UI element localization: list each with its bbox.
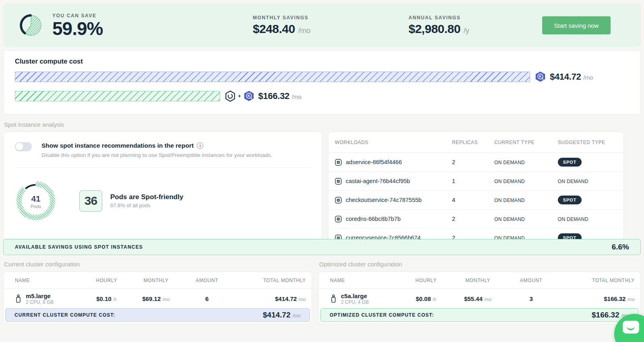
spot-settings-card: Show spot instance recommendations in th… bbox=[3, 132, 322, 239]
current-cost-footer: CURRENT CLUSTER COMPUTE COST: $414.72 /m… bbox=[5, 308, 310, 322]
workload-icon bbox=[335, 197, 342, 204]
monthly-savings-unit: /mo bbox=[298, 26, 310, 35]
current-cost-unit: /mo bbox=[583, 74, 593, 81]
cluster-configurations: Current cluster configuration NAME HOURL… bbox=[3, 261, 641, 324]
spot-friendly-subtitle: 87.8% of all pods bbox=[110, 202, 183, 208]
cluster-compute-cost-card: Cluster compute cost K $414.72 /mo + bbox=[3, 50, 641, 115]
header-hourly: HOURLY bbox=[85, 278, 128, 283]
info-icon[interactable] bbox=[197, 142, 203, 149]
workload-name: castai-agent-76b44cf95b bbox=[346, 178, 410, 184]
save-block: YOU CAN SAVE 59.9% bbox=[52, 13, 103, 38]
instance-specs: 2 CPU, 4 GB bbox=[341, 299, 369, 305]
toggle-label: Show spot instance recommendations in th… bbox=[41, 142, 194, 149]
workload-current-type: ON DEMAND bbox=[494, 198, 525, 203]
kubernetes-icon: K bbox=[535, 71, 546, 82]
optimized-cost-footer-label: OPTIMIZED CLUSTER COMPUTE COST: bbox=[330, 312, 434, 318]
workload-suggested-type: SPOT bbox=[558, 196, 582, 204]
header-current-type: CURRENT TYPE bbox=[494, 140, 558, 145]
header-replicas: REPLICAS bbox=[452, 140, 494, 145]
spot-friendly-count-box: 36 bbox=[79, 190, 102, 212]
workload-icon bbox=[335, 216, 342, 223]
total-monthly-value: $414.72 bbox=[275, 295, 297, 302]
annual-savings-unit: /y bbox=[464, 26, 469, 35]
instance-name: m5.large bbox=[26, 293, 54, 299]
workload-row[interactable]: checkoutservice-74c787555b 4 ON DEMAND S… bbox=[328, 191, 623, 210]
workload-name: checkoutservice-74c787555b bbox=[346, 197, 422, 203]
optimized-cost-footer-value: $166.32 bbox=[592, 311, 619, 319]
spot-savings-value: 6.6% bbox=[612, 243, 629, 251]
workload-replicas: 4 bbox=[452, 197, 455, 203]
annual-savings: ANNUAL SAVINGS $2,980.80 /y bbox=[409, 15, 469, 36]
svg-text:K: K bbox=[539, 74, 542, 78]
optimized-config-card: NAME HOURLY MONTHLY AMOUNT TOTAL MONTHLY… bbox=[318, 272, 641, 324]
instance-name: c5a.large bbox=[341, 293, 369, 299]
instance-icon bbox=[330, 295, 337, 303]
header-hourly: HOURLY bbox=[403, 278, 449, 283]
header-monthly: MONTHLY bbox=[128, 278, 184, 283]
header-workloads: WORKLOADS bbox=[335, 140, 452, 145]
workload-current-type: ON DEMAND bbox=[494, 179, 525, 184]
save-label: YOU CAN SAVE bbox=[52, 13, 103, 19]
instance-row: m5.large 2 CPU, 8 GB $0.10 /h $69.12 /mo… bbox=[4, 289, 312, 309]
workloads-table-body: adservice-86f54f4466 2 ON DEMAND SPOT bbox=[328, 153, 623, 247]
total-monthly-value: $166.32 bbox=[604, 295, 625, 302]
header-total-monthly: TOTAL MONTHLY bbox=[230, 278, 306, 283]
workload-replicas: 2 bbox=[452, 216, 455, 222]
amount-value: 3 bbox=[507, 295, 555, 302]
workload-name: adservice-86f54f4466 bbox=[346, 159, 402, 165]
optimized-cost-bar-row: + K $166.32 /mo bbox=[15, 91, 629, 101]
donut-total: 41 bbox=[31, 194, 40, 203]
spot-savings-bar: AVAILABLE SAVINGS USING SPOT INSTANCES 6… bbox=[3, 239, 641, 255]
spot-recommendations-toggle[interactable] bbox=[15, 142, 32, 151]
instance-specs: 2 CPU, 8 GB bbox=[26, 299, 54, 305]
plus-sign: + bbox=[238, 93, 241, 99]
optimized-config-title: Optimized cluster configuration bbox=[319, 261, 641, 268]
current-config-card: NAME HOURLY MONTHLY AMOUNT TOTAL MONTHLY… bbox=[3, 272, 312, 324]
workloads-table-card: WORKLOADS REPLICAS CURRENT TYPE SUGGESTE… bbox=[328, 132, 624, 255]
annual-savings-value: $2,980.80 bbox=[409, 22, 460, 35]
spot-savings-label: AVAILABLE SAVINGS USING SPOT INSTANCES bbox=[15, 244, 143, 250]
savings-pie-icon bbox=[19, 14, 43, 37]
hourly-value: $0.10 bbox=[96, 295, 111, 302]
header-suggested-type: SUGGESTED TYPE bbox=[558, 140, 617, 145]
toggle-description: Disable this option if you are not plann… bbox=[41, 152, 272, 158]
workload-row[interactable]: adservice-86f54f4466 2 ON DEMAND SPOT bbox=[328, 153, 623, 172]
annual-savings-label: ANNUAL SAVINGS bbox=[409, 15, 469, 21]
compute-cost-title: Cluster compute cost bbox=[15, 58, 629, 65]
savings-report-page: YOU CAN SAVE 59.9% MONTHLY SAVINGS $248.… bbox=[0, 0, 644, 342]
workload-name: coredns-66bc8b7b7b bbox=[346, 216, 400, 222]
optimized-cost-bar bbox=[15, 91, 220, 101]
optimized-cost-footer: OPTIMIZED CLUSTER COMPUTE COST: $166.32 … bbox=[320, 308, 639, 322]
workload-row[interactable]: castai-agent-76b44cf95b 1 ON DEMAND ON D… bbox=[328, 172, 623, 191]
monthly-savings-label: MONTHLY SAVINGS bbox=[253, 15, 310, 21]
current-cost-footer-value: $414.72 bbox=[263, 311, 291, 319]
workload-suggested-type: ON DEMAND bbox=[558, 179, 588, 184]
donut-total-label: Pods bbox=[31, 204, 41, 209]
workload-suggested-type: SPOT bbox=[558, 158, 582, 167]
pods-donut-chart: 41 Pods bbox=[15, 180, 57, 222]
optimized-cost-value: $166.32 bbox=[258, 91, 289, 101]
savings-banner: YOU CAN SAVE 59.9% MONTHLY SAVINGS $248.… bbox=[3, 3, 641, 47]
header-name: NAME bbox=[330, 278, 403, 283]
current-config-column: Current cluster configuration NAME HOURL… bbox=[3, 261, 312, 324]
header-total-monthly: TOTAL MONTHLY bbox=[555, 278, 635, 283]
toggle-knob bbox=[16, 143, 23, 150]
header-name: NAME bbox=[15, 278, 85, 283]
optimized-cost-unit: /mo bbox=[292, 93, 301, 100]
workload-icon bbox=[335, 178, 342, 185]
workload-row[interactable]: coredns-66bc8b7b7b 2 ON DEMAND ON DEMAND bbox=[328, 210, 623, 229]
current-cost-bar-row: K $414.72 /mo bbox=[15, 71, 629, 82]
instance-row: c5a.large 2 CPU, 4 GB $0.08 /h $55.44 /m… bbox=[319, 289, 640, 309]
header-amount: AMOUNT bbox=[184, 278, 230, 283]
spot-friendly-title: Pods are Spot-friendly bbox=[110, 193, 183, 201]
chat-icon bbox=[623, 321, 639, 334]
workload-suggested-type: ON DEMAND bbox=[558, 216, 588, 222]
castai-icon bbox=[225, 91, 235, 102]
header-amount: AMOUNT bbox=[507, 278, 555, 283]
workload-replicas: 1 bbox=[452, 178, 455, 184]
start-saving-button[interactable]: Start saving now bbox=[542, 16, 611, 34]
spot-analysis-section: Show spot instance recommendations in th… bbox=[3, 132, 641, 255]
hourly-value: $0.08 bbox=[416, 295, 431, 302]
instance-icon bbox=[15, 295, 22, 303]
workload-current-type: ON DEMAND bbox=[494, 160, 525, 165]
